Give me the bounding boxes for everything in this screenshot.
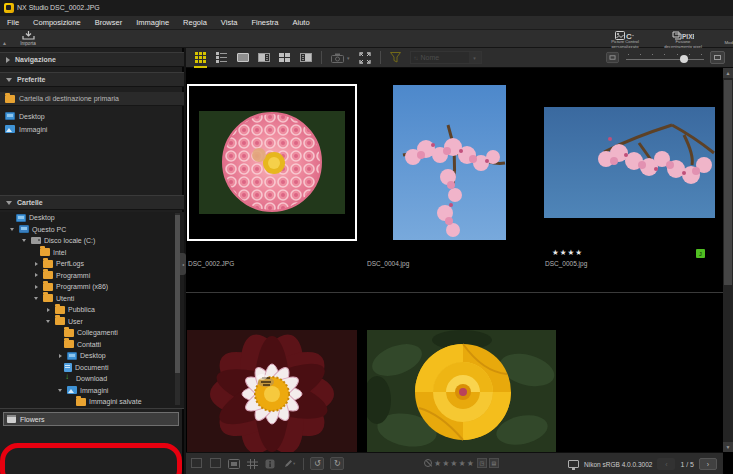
tree-item-programmi-x86[interactable]: Programmi (x86)	[0, 281, 184, 293]
tree-item-programmi[interactable]: Programmi	[0, 270, 184, 282]
statusbar-separator	[303, 458, 304, 470]
picture-control-button[interactable]: C Picture Control personalizzato	[599, 31, 651, 50]
tree-item-collegamenti[interactable]: Collegamenti	[0, 327, 184, 339]
sort-dropdown[interactable]: ↑↓ Nome ▾	[410, 51, 482, 64]
small-thumbnail-icon[interactable]	[606, 52, 619, 63]
app-icon	[4, 3, 14, 13]
expand-icon	[46, 320, 50, 323]
grid-view-icon	[195, 52, 206, 63]
collapsed-icon	[47, 308, 50, 312]
view-split-button[interactable]	[257, 52, 270, 64]
favorite-desktop[interactable]: Desktop	[0, 110, 184, 122]
tree-item-desktop-user[interactable]: Desktop	[0, 350, 184, 362]
filename-label: DSC_0004.jpg	[367, 260, 409, 267]
rotate-right-button[interactable]: ↻	[330, 457, 344, 470]
color-profile-label: Nikon sRGB 4.0.0.3002	[584, 461, 652, 468]
navigation-header-label: Navigazione	[15, 56, 56, 63]
favorite-label: Immagini	[19, 126, 47, 133]
rotate-left-button[interactable]: ↺	[310, 457, 324, 470]
menu-immagine[interactable]: Immagine	[129, 18, 176, 27]
menu-browser[interactable]: Browser	[88, 18, 130, 27]
label-tag-icon[interactable]: ◳	[477, 458, 487, 468]
menu-composizione[interactable]: Composizione	[26, 18, 88, 27]
title-bar: NX Studio DSC_0002.JPG	[0, 0, 733, 16]
grid-small-button[interactable]	[247, 459, 258, 469]
slider-thumb[interactable]	[680, 55, 688, 63]
thumbnail-yellow-rose[interactable]	[367, 330, 556, 452]
import-button[interactable]: Importa	[10, 31, 46, 47]
copy-icon	[193, 460, 202, 468]
status-bar: ▾ ↺ ↻ ★★★★★ ◳ ▤ Nikon sRGB 4.0.0.3002 ‹ …	[186, 452, 723, 474]
content-scrollbar[interactable]: ▲ ▼	[723, 68, 733, 452]
favorite-pictures[interactable]: Immagini	[0, 123, 184, 135]
tree-item-disco-locale[interactable]: Disco locale (C:)	[0, 235, 184, 247]
tree-scrollbar-thumb[interactable]	[175, 215, 180, 373]
tree-item-perflogs[interactable]: PerfLogs	[0, 258, 184, 270]
section-header-folders[interactable]: Cartelle	[0, 195, 184, 210]
toolbar-collapse-icon[interactable]: ▲	[2, 40, 7, 46]
thumbnail-dark-dahlia[interactable]	[187, 330, 357, 452]
tree-item-pubblica[interactable]: Pubblica	[0, 304, 184, 316]
pictures-icon	[67, 386, 77, 394]
tree-item-questo-pc[interactable]: Questo PC	[0, 224, 184, 236]
import-label: Importa	[20, 41, 36, 46]
view-grid-button[interactable]	[194, 52, 207, 64]
filmstrip-button[interactable]	[228, 459, 240, 469]
tree-item-immagini[interactable]: Immagini	[0, 385, 184, 397]
pixel-shift-button[interactable]: PIXEL Fusione decentramento pixel	[657, 31, 709, 50]
tree-item-download[interactable]: Download	[0, 373, 184, 385]
section-header-favorites[interactable]: Preferite	[0, 72, 184, 87]
copy-images-button[interactable]	[193, 460, 202, 468]
no-rating-icon[interactable]	[424, 459, 432, 467]
thumbnail-dsc0002[interactable]	[187, 84, 357, 241]
previous-image-button[interactable]: ‹	[657, 458, 675, 470]
scroll-up-icon[interactable]: ▲	[723, 68, 733, 78]
tree-scrollbar[interactable]	[175, 213, 180, 405]
next-image-button[interactable]: ›	[699, 458, 717, 470]
tree-item-flowers-selected[interactable]: Flowers	[3, 412, 179, 426]
tree-item-immagini-salvate[interactable]: Immagini salvate	[0, 396, 184, 408]
import-toolbar: ▲ Importa C Picture Control personalizza…	[0, 30, 733, 48]
quad-view-icon	[279, 53, 290, 62]
info-button[interactable]	[265, 459, 275, 469]
filter-button[interactable]	[390, 52, 401, 63]
folder-icon	[43, 271, 53, 279]
drive-icon	[31, 237, 41, 244]
favorite-primary-destination[interactable]: Cartella di destinazione primaria	[0, 92, 184, 106]
tree-item-contatti[interactable]: Contatti	[0, 339, 184, 351]
rating-stars[interactable]: ★★★★	[552, 248, 583, 257]
rating-stars-empty[interactable]: ★★★★★	[434, 459, 475, 468]
thumbnail-dsc0005[interactable]	[544, 107, 715, 218]
view-split2-button[interactable]	[299, 52, 312, 64]
menu-regola[interactable]: Regola	[176, 18, 214, 27]
content-scrollbar-thumb[interactable]	[724, 80, 732, 285]
split2-view-icon	[300, 53, 312, 62]
tree-item-desktop[interactable]: Desktop	[0, 212, 184, 224]
tree-item-utenti[interactable]: Utenti	[0, 293, 184, 305]
fullscreen-button[interactable]	[359, 52, 371, 64]
menu-finestra[interactable]: Finestra	[244, 18, 285, 27]
menu-vista[interactable]: Vista	[214, 18, 245, 27]
protect-icon[interactable]: ▤	[489, 458, 499, 468]
camera-view-button[interactable]: ▾	[331, 53, 350, 63]
retouch-button[interactable]: ▾	[282, 459, 295, 469]
view-single-button[interactable]	[236, 52, 249, 64]
tree-item-intel[interactable]: Intel	[0, 247, 184, 259]
tree-item-user[interactable]: User	[0, 316, 184, 328]
sort-dropdown-arrow[interactable]: ▾	[469, 52, 481, 63]
menu-file[interactable]: File	[0, 18, 26, 27]
move-images-button[interactable]	[212, 460, 221, 468]
sidebar-collapse-handle[interactable]: ◂	[180, 253, 186, 275]
thumbnail-size-slider[interactable]	[626, 52, 704, 64]
computer-icon	[19, 225, 29, 233]
toolbar-separator	[380, 51, 381, 64]
thumbnail-dsc0004[interactable]	[393, 85, 506, 240]
view-quad-button[interactable]	[278, 52, 291, 64]
tree-item-documenti[interactable]: Documenti	[0, 362, 184, 374]
expand-icon	[34, 297, 38, 300]
section-header-navigation[interactable]: Navigazione	[0, 52, 184, 67]
scroll-down-icon[interactable]: ▼	[723, 442, 733, 452]
large-thumbnail-icon[interactable]	[710, 51, 725, 64]
view-list-button[interactable]	[215, 52, 228, 64]
menu-aiuto[interactable]: Aiuto	[286, 18, 317, 27]
